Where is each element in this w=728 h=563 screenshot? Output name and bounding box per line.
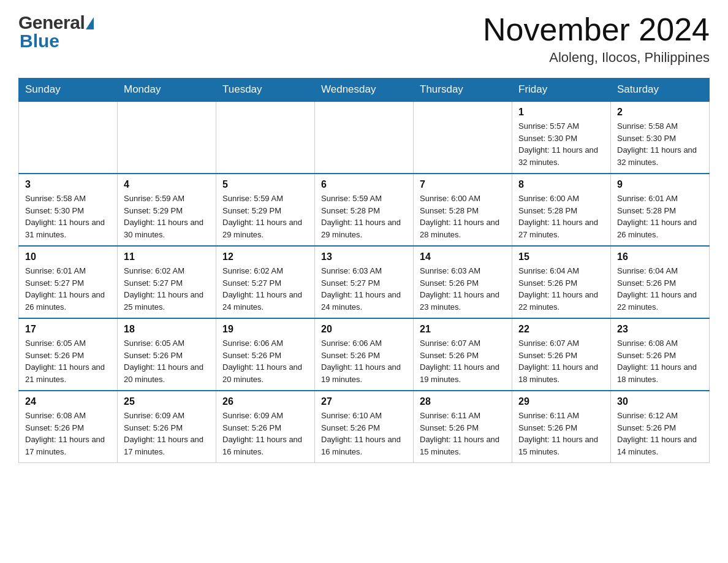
day-info: Sunrise: 5:57 AMSunset: 5:30 PMDaylight:…: [518, 120, 604, 168]
calendar-day-cell: 14Sunrise: 6:03 AMSunset: 5:26 PMDayligh…: [414, 246, 512, 318]
day-number: 1: [518, 107, 604, 118]
day-info: Sunrise: 6:01 AMSunset: 5:27 PMDaylight:…: [25, 265, 111, 313]
calendar-header-monday: Monday: [118, 79, 216, 102]
calendar-day-cell: 28Sunrise: 6:11 AMSunset: 5:26 PMDayligh…: [414, 391, 512, 463]
day-info: Sunrise: 6:01 AMSunset: 5:28 PMDaylight:…: [617, 193, 703, 240]
calendar-subtitle: Aloleng, Ilocos, Philippines: [483, 50, 710, 66]
day-info: Sunrise: 5:59 AMSunset: 5:28 PMDaylight:…: [321, 193, 407, 240]
day-info: Sunrise: 6:06 AMSunset: 5:26 PMDaylight:…: [321, 337, 407, 385]
day-number: 27: [321, 396, 407, 407]
calendar-day-cell: [19, 101, 118, 174]
day-info: Sunrise: 6:02 AMSunset: 5:27 PMDaylight:…: [222, 265, 308, 313]
calendar-day-cell: [315, 101, 414, 174]
day-number: 10: [25, 251, 111, 262]
logo: General Blue: [18, 12, 94, 52]
calendar-week-row: 24Sunrise: 6:08 AMSunset: 5:26 PMDayligh…: [19, 391, 710, 463]
logo-blue-text: Blue: [20, 31, 59, 52]
calendar-day-cell: [118, 101, 216, 174]
day-info: Sunrise: 6:04 AMSunset: 5:26 PMDaylight:…: [518, 265, 604, 313]
calendar-day-cell: 2Sunrise: 5:58 AMSunset: 5:30 PMDaylight…: [611, 101, 710, 174]
calendar-day-cell: 8Sunrise: 6:00 AMSunset: 5:28 PMDaylight…: [512, 174, 611, 246]
calendar-day-cell: 18Sunrise: 6:05 AMSunset: 5:26 PMDayligh…: [118, 318, 216, 391]
day-number: 24: [25, 396, 111, 407]
calendar-day-cell: 4Sunrise: 5:59 AMSunset: 5:29 PMDaylight…: [118, 174, 216, 246]
day-info: Sunrise: 6:04 AMSunset: 5:26 PMDaylight:…: [617, 265, 703, 313]
day-info: Sunrise: 6:02 AMSunset: 5:27 PMDaylight:…: [124, 265, 210, 313]
calendar-header-friday: Friday: [512, 79, 611, 102]
day-info: Sunrise: 6:05 AMSunset: 5:26 PMDaylight:…: [25, 337, 111, 385]
day-info: Sunrise: 6:05 AMSunset: 5:26 PMDaylight:…: [124, 337, 210, 385]
calendar-day-cell: 10Sunrise: 6:01 AMSunset: 5:27 PMDayligh…: [19, 246, 118, 318]
day-number: 15: [518, 251, 604, 262]
calendar-day-cell: [414, 101, 512, 174]
day-info: Sunrise: 6:09 AMSunset: 5:26 PMDaylight:…: [222, 410, 308, 458]
day-number: 16: [617, 251, 703, 262]
calendar-header-sunday: Sunday: [19, 79, 118, 102]
calendar-day-cell: 27Sunrise: 6:10 AMSunset: 5:26 PMDayligh…: [315, 391, 414, 463]
day-number: 5: [222, 179, 308, 190]
day-number: 3: [25, 179, 111, 190]
calendar-header-saturday: Saturday: [611, 79, 710, 102]
day-number: 21: [420, 324, 506, 335]
calendar-day-cell: 24Sunrise: 6:08 AMSunset: 5:26 PMDayligh…: [19, 391, 118, 463]
day-number: 11: [124, 251, 210, 262]
calendar-header-thursday: Thursday: [414, 79, 512, 102]
calendar-day-cell: 12Sunrise: 6:02 AMSunset: 5:27 PMDayligh…: [216, 246, 315, 318]
calendar-day-cell: 23Sunrise: 6:08 AMSunset: 5:26 PMDayligh…: [611, 318, 710, 391]
calendar-day-cell: 3Sunrise: 5:58 AMSunset: 5:30 PMDaylight…: [19, 174, 118, 246]
calendar-day-cell: 20Sunrise: 6:06 AMSunset: 5:26 PMDayligh…: [315, 318, 414, 391]
day-number: 14: [420, 251, 506, 262]
day-number: 23: [617, 324, 703, 335]
day-number: 28: [420, 396, 506, 407]
day-info: Sunrise: 6:09 AMSunset: 5:26 PMDaylight:…: [124, 410, 210, 458]
calendar-day-cell: 11Sunrise: 6:02 AMSunset: 5:27 PMDayligh…: [118, 246, 216, 318]
day-number: 30: [617, 396, 703, 407]
calendar-day-cell: 1Sunrise: 5:57 AMSunset: 5:30 PMDaylight…: [512, 101, 611, 174]
calendar-day-cell: 5Sunrise: 5:59 AMSunset: 5:29 PMDaylight…: [216, 174, 315, 246]
calendar-week-row: 10Sunrise: 6:01 AMSunset: 5:27 PMDayligh…: [19, 246, 710, 318]
day-info: Sunrise: 5:59 AMSunset: 5:29 PMDaylight:…: [124, 193, 210, 240]
calendar-day-cell: 15Sunrise: 6:04 AMSunset: 5:26 PMDayligh…: [512, 246, 611, 318]
page-header: General Blue November 2024 Aloleng, Iloc…: [18, 12, 710, 66]
day-info: Sunrise: 6:03 AMSunset: 5:26 PMDaylight:…: [420, 265, 506, 313]
day-info: Sunrise: 6:06 AMSunset: 5:26 PMDaylight:…: [222, 337, 308, 385]
calendar-day-cell: 21Sunrise: 6:07 AMSunset: 5:26 PMDayligh…: [414, 318, 512, 391]
day-info: Sunrise: 5:58 AMSunset: 5:30 PMDaylight:…: [617, 120, 703, 168]
day-number: 4: [124, 179, 210, 190]
calendar-day-cell: 29Sunrise: 6:11 AMSunset: 5:26 PMDayligh…: [512, 391, 611, 463]
day-number: 25: [124, 396, 210, 407]
day-info: Sunrise: 6:11 AMSunset: 5:26 PMDaylight:…: [518, 410, 604, 458]
day-info: Sunrise: 6:08 AMSunset: 5:26 PMDaylight:…: [25, 410, 111, 458]
calendar-day-cell: 13Sunrise: 6:03 AMSunset: 5:27 PMDayligh…: [315, 246, 414, 318]
calendar-title: November 2024: [483, 12, 710, 47]
day-number: 20: [321, 324, 407, 335]
title-section: November 2024 Aloleng, Ilocos, Philippin…: [483, 12, 710, 66]
day-number: 29: [518, 396, 604, 407]
day-info: Sunrise: 5:59 AMSunset: 5:29 PMDaylight:…: [222, 193, 308, 240]
calendar-day-cell: 30Sunrise: 6:12 AMSunset: 5:26 PMDayligh…: [611, 391, 710, 463]
calendar-day-cell: 19Sunrise: 6:06 AMSunset: 5:26 PMDayligh…: [216, 318, 315, 391]
day-info: Sunrise: 6:10 AMSunset: 5:26 PMDaylight:…: [321, 410, 407, 458]
day-info: Sunrise: 5:58 AMSunset: 5:30 PMDaylight:…: [25, 193, 111, 240]
day-info: Sunrise: 6:07 AMSunset: 5:26 PMDaylight:…: [420, 337, 506, 385]
day-info: Sunrise: 6:12 AMSunset: 5:26 PMDaylight:…: [617, 410, 703, 458]
calendar-table: SundayMondayTuesdayWednesdayThursdayFrid…: [18, 78, 710, 463]
calendar-week-row: 1Sunrise: 5:57 AMSunset: 5:30 PMDaylight…: [19, 101, 710, 174]
calendar-header-row: SundayMondayTuesdayWednesdayThursdayFrid…: [19, 79, 710, 102]
calendar-header-wednesday: Wednesday: [315, 79, 414, 102]
calendar-day-cell: 26Sunrise: 6:09 AMSunset: 5:26 PMDayligh…: [216, 391, 315, 463]
calendar-day-cell: 16Sunrise: 6:04 AMSunset: 5:26 PMDayligh…: [611, 246, 710, 318]
calendar-day-cell: 17Sunrise: 6:05 AMSunset: 5:26 PMDayligh…: [19, 318, 118, 391]
day-number: 22: [518, 324, 604, 335]
day-number: 8: [518, 179, 604, 190]
day-number: 17: [25, 324, 111, 335]
day-number: 19: [222, 324, 308, 335]
day-number: 2: [617, 107, 703, 118]
day-number: 18: [124, 324, 210, 335]
calendar-day-cell: 22Sunrise: 6:07 AMSunset: 5:26 PMDayligh…: [512, 318, 611, 391]
day-info: Sunrise: 6:11 AMSunset: 5:26 PMDaylight:…: [420, 410, 506, 458]
day-info: Sunrise: 6:08 AMSunset: 5:26 PMDaylight:…: [617, 337, 703, 385]
day-info: Sunrise: 6:07 AMSunset: 5:26 PMDaylight:…: [518, 337, 604, 385]
calendar-day-cell: [216, 101, 315, 174]
day-info: Sunrise: 6:00 AMSunset: 5:28 PMDaylight:…: [420, 193, 506, 240]
